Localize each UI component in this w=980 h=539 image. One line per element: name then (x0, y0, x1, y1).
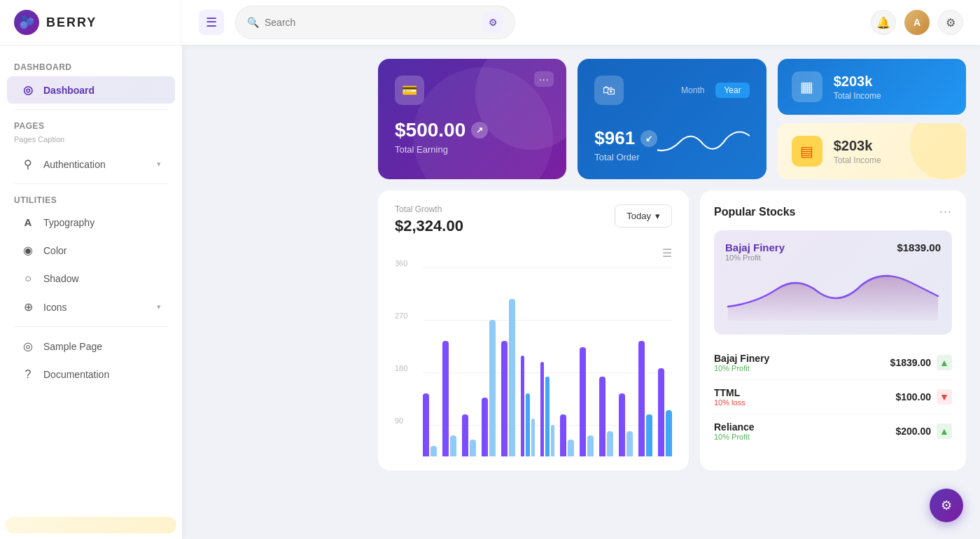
bar-lightblue-9 (587, 435, 594, 456)
bar-lightblue-6 (531, 419, 535, 456)
sidebar-item-label-sample: Sample Page (43, 341, 102, 352)
menu-toggle-button[interactable]: ☰ (199, 10, 224, 35)
stock-item-3-profit: 10% Profit (714, 433, 755, 441)
chart-title: Total Growth (395, 204, 463, 214)
stock-item-2-price: $100.00 (895, 391, 931, 402)
bell-icon: 🔔 (876, 16, 890, 29)
sidebar-bottom-banner (6, 517, 176, 533)
earning-more-button[interactable]: ··· (534, 71, 554, 87)
card-income-blue: ▦ $203k Total Income (778, 59, 966, 115)
stock-item-3-price: $200.00 (895, 426, 931, 437)
income-yellow-text: $203k Total Income (834, 138, 881, 165)
sidebar-content: Dashboard ◎ Dashboard Pages Pages Captio… (0, 46, 182, 511)
chart-filter-button[interactable]: Today ▾ (615, 204, 672, 227)
sidebar-item-label-shadow: Shadow (43, 273, 79, 284)
bar-group-1 (423, 246, 437, 456)
stock-item-3: Reliance 10% Profit $200.00 ▲ (714, 414, 952, 448)
bar-lightblue-4 (489, 320, 496, 456)
sidebar-item-sample-page[interactable]: ◎ Sample Page (7, 332, 175, 360)
section-title-pages: Pages (0, 115, 182, 134)
icons-icon: ⊕ (21, 300, 35, 314)
bar-purple-7 (540, 362, 544, 456)
card-earning: ··· 💳 $500.00 ↗ Total Earning (378, 59, 566, 179)
chart-filter-chevron-icon: ▾ (655, 211, 660, 221)
fab-button[interactable]: ⚙ (930, 489, 963, 522)
logo-icon: 🫐 (14, 10, 39, 35)
settings-button[interactable]: ⚙ (938, 10, 963, 35)
typography-icon: A (21, 216, 35, 228)
sidebar-item-documentation[interactable]: ? Documentation (7, 361, 175, 388)
bar-blue-6 (526, 393, 529, 456)
sample-page-icon: ◎ (21, 340, 35, 353)
chart-area: ☰ 360 270 180 90 (395, 246, 672, 456)
bar-group-10 (599, 246, 613, 456)
stock-item-2-right: $100.00 ▼ (895, 389, 952, 405)
sidebar-item-authentication[interactable]: ⚲ Authentication ▾ (7, 150, 175, 178)
sidebar-item-typography[interactable]: A Typography (7, 209, 175, 235)
order-card-icon: 🛍 (594, 76, 624, 105)
color-icon: ◉ (21, 244, 35, 257)
featured-stock-chart (725, 265, 941, 321)
sidebar: 🫐 BERRY Dashboard ◎ Dashboard Pages Page… (0, 0, 182, 539)
income-yellow-amount: $203k (834, 138, 881, 154)
chart-filter-label: Today (626, 211, 651, 221)
search-filter-icon[interactable]: ⚙ (482, 12, 503, 33)
settings-icon: ⚙ (946, 16, 955, 29)
bar-purple-4 (482, 398, 488, 456)
search-bar: 🔍 ⚙ (235, 6, 515, 39)
income-yellow-icon: ▤ (792, 136, 822, 167)
stock-item-2-left: TTML 10% loss (714, 387, 746, 407)
bar-group-5 (501, 246, 515, 456)
bar-group-4 (482, 246, 496, 456)
bar-group-11 (619, 246, 633, 456)
tab-month-button[interactable]: Month (673, 83, 713, 98)
y-label-90: 90 (395, 416, 403, 425)
search-icon: 🔍 (247, 17, 259, 28)
bar-purple-8 (560, 414, 566, 456)
stock-item-2-profit: 10% loss (714, 398, 746, 407)
chart-header: Total Growth $2,324.00 Today ▾ (395, 204, 672, 235)
header-actions: 🔔 A ⚙ (871, 10, 963, 35)
section-title-utilities: Utilities (0, 190, 182, 208)
dashboard-icon: ◎ (21, 83, 35, 97)
bar-lightblue-3 (470, 440, 476, 456)
card-order: 🛍 Month Year $961 ↙ Total Order (578, 59, 766, 179)
sidebar-logo: 🫐 BERRY (0, 0, 182, 46)
hamburger-icon: ☰ (206, 15, 217, 30)
sidebar-item-label-auth: Authentication (43, 159, 106, 170)
stocks-title: Popular Stocks (714, 206, 795, 218)
chart-header-left: Total Growth $2,324.00 (395, 204, 463, 235)
search-input[interactable] (265, 17, 477, 28)
stock-item-3-left: Reliance 10% Profit (714, 421, 755, 441)
bar-purple-1 (423, 393, 429, 456)
featured-stock-card: Bajaj Finery 10% Profit $1839.00 (714, 230, 952, 335)
bars-container (423, 246, 672, 456)
card-income-yellow: ▤ $203k Total Income (778, 123, 966, 179)
bar-purple-2 (442, 341, 449, 456)
sidebar-item-shadow[interactable]: ○ Shadow (7, 265, 175, 292)
bar-lightblue-7 (551, 425, 554, 456)
earning-amount: $500.00 ↗ (395, 119, 550, 141)
bar-purple-13 (658, 368, 664, 456)
bar-blue-7 (545, 377, 549, 456)
notification-button[interactable]: 🔔 (871, 10, 896, 35)
sidebar-item-label-dashboard: Dashboard (43, 85, 94, 96)
main-content: ··· 💳 $500.00 ↗ Total Earning 🛍 Month Ye… (364, 45, 980, 539)
featured-stock-header: Bajaj Finery 10% Profit $1839.00 (725, 241, 941, 262)
bar-group-7 (540, 246, 554, 456)
income-blue-label: Total Income (834, 91, 881, 101)
stock-item-1-name: Bajaj Finery (714, 353, 769, 364)
sidebar-item-color[interactable]: ◉ Color (7, 237, 175, 264)
bar-purple-12 (638, 341, 645, 456)
stocks-more-button[interactable]: ··· (939, 204, 952, 219)
featured-stock-left: Bajaj Finery 10% Profit (725, 241, 785, 262)
bar-lightblue-10 (607, 431, 613, 456)
sidebar-item-dashboard[interactable]: ◎ Dashboard (7, 76, 175, 104)
tab-year-button[interactable]: Year (715, 83, 749, 98)
order-content: $961 ↙ Total Order (594, 111, 749, 162)
bottom-row: Total Growth $2,324.00 Today ▾ ☰ 360 270… (378, 190, 966, 470)
stock-list: Bajaj Finery 10% Profit $1839.00 ▲ TTML … (714, 346, 952, 448)
avatar[interactable]: A (904, 10, 930, 35)
stock-item-2-trend-icon: ▼ (937, 389, 952, 405)
sidebar-item-icons[interactable]: ⊕ Icons ▾ (7, 293, 175, 321)
